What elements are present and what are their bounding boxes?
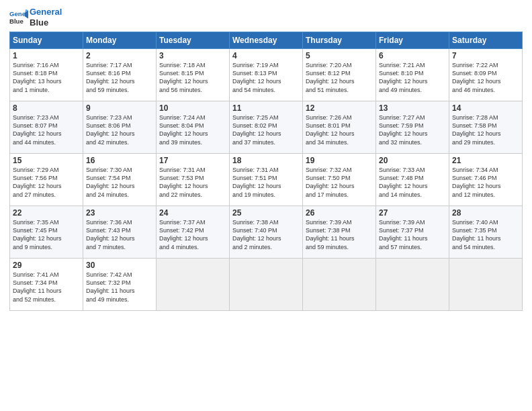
col-header-saturday: Saturday [449, 32, 523, 49]
cell-details: Sunrise: 7:18 AMSunset: 8:15 PMDaylight:… [159, 61, 226, 94]
cell-details: Sunrise: 7:26 AMSunset: 8:01 PMDaylight:… [306, 113, 373, 146]
cell-details: Sunrise: 7:29 AMSunset: 7:56 PMDaylight:… [13, 166, 80, 199]
calendar-cell: 30Sunrise: 7:42 AMSunset: 7:32 PMDayligh… [83, 259, 157, 311]
cell-details: Sunrise: 7:37 AMSunset: 7:42 PMDaylight:… [159, 218, 226, 251]
calendar-header-row: SundayMondayTuesdayWednesdayThursdayFrid… [10, 32, 523, 49]
day-number: 1 [13, 51, 80, 60]
day-number: 25 [232, 208, 300, 218]
cell-details: Sunrise: 7:40 AMSunset: 7:35 PMDaylight:… [452, 218, 519, 251]
calendar-body: 1Sunrise: 7:16 AMSunset: 8:18 PMDaylight… [10, 49, 523, 311]
day-number: 18 [232, 156, 300, 165]
calendar-cell: 4Sunrise: 7:19 AMSunset: 8:13 PMDaylight… [230, 49, 303, 101]
cell-details: Sunrise: 7:16 AMSunset: 8:18 PMDaylight:… [13, 61, 80, 94]
calendar-cell: 8Sunrise: 7:23 AMSunset: 8:07 PMDaylight… [10, 101, 83, 154]
cell-details: Sunrise: 7:20 AMSunset: 8:12 PMDaylight:… [306, 61, 373, 94]
cell-details: Sunrise: 7:23 AMSunset: 8:06 PMDaylight:… [86, 113, 153, 146]
day-number: 29 [13, 261, 80, 270]
calendar-week-2: 15Sunrise: 7:29 AMSunset: 7:56 PMDayligh… [10, 154, 523, 206]
cell-details: Sunrise: 7:28 AMSunset: 7:58 PMDaylight:… [452, 113, 519, 146]
logo-icon: General Blue [9, 8, 28, 27]
day-number: 6 [379, 51, 446, 60]
day-number: 22 [13, 208, 80, 218]
calendar-cell: 9Sunrise: 7:23 AMSunset: 8:06 PMDaylight… [83, 101, 157, 154]
calendar-cell: 17Sunrise: 7:31 AMSunset: 7:53 PMDayligh… [157, 154, 230, 206]
calendar-cell: 27Sunrise: 7:39 AMSunset: 7:37 PMDayligh… [376, 206, 449, 259]
day-number: 5 [306, 51, 373, 60]
day-number: 10 [159, 103, 226, 113]
calendar-cell: 22Sunrise: 7:35 AMSunset: 7:45 PMDayligh… [10, 206, 83, 259]
calendar-table: SundayMondayTuesdayWednesdayThursdayFrid… [9, 32, 523, 311]
main-container: General Blue GeneralBlue SundayMondayTue… [0, 0, 532, 316]
calendar-cell: 5Sunrise: 7:20 AMSunset: 8:12 PMDaylight… [303, 49, 376, 101]
calendar-cell [230, 259, 303, 311]
day-number: 7 [452, 51, 519, 60]
day-number: 13 [379, 103, 446, 113]
cell-details: Sunrise: 7:21 AMSunset: 8:10 PMDaylight:… [379, 61, 446, 94]
logo: General Blue GeneralBlue [9, 7, 62, 28]
col-header-wednesday: Wednesday [230, 32, 303, 49]
cell-details: Sunrise: 7:39 AMSunset: 7:37 PMDaylight:… [379, 218, 446, 251]
calendar-cell: 16Sunrise: 7:30 AMSunset: 7:54 PMDayligh… [83, 154, 157, 206]
calendar-cell: 11Sunrise: 7:25 AMSunset: 8:02 PMDayligh… [230, 101, 303, 154]
svg-text:Blue: Blue [9, 17, 24, 24]
cell-details: Sunrise: 7:19 AMSunset: 8:13 PMDaylight:… [232, 61, 300, 94]
calendar-cell: 12Sunrise: 7:26 AMSunset: 8:01 PMDayligh… [303, 101, 376, 154]
calendar-cell [449, 259, 523, 311]
cell-details: Sunrise: 7:30 AMSunset: 7:54 PMDaylight:… [86, 166, 153, 199]
day-number: 16 [86, 156, 153, 165]
calendar-week-0: 1Sunrise: 7:16 AMSunset: 8:18 PMDaylight… [10, 49, 523, 101]
calendar-cell: 23Sunrise: 7:36 AMSunset: 7:43 PMDayligh… [83, 206, 157, 259]
calendar-cell [376, 259, 449, 311]
day-number: 20 [379, 156, 446, 165]
calendar-cell: 1Sunrise: 7:16 AMSunset: 8:18 PMDaylight… [10, 49, 83, 101]
calendar-cell: 13Sunrise: 7:27 AMSunset: 7:59 PMDayligh… [376, 101, 449, 154]
cell-details: Sunrise: 7:41 AMSunset: 7:34 PMDaylight:… [13, 271, 80, 304]
day-number: 14 [452, 103, 519, 113]
calendar-cell: 28Sunrise: 7:40 AMSunset: 7:35 PMDayligh… [449, 206, 523, 259]
col-header-thursday: Thursday [303, 32, 376, 49]
day-number: 8 [13, 103, 80, 113]
cell-details: Sunrise: 7:24 AMSunset: 8:04 PMDaylight:… [159, 113, 226, 146]
calendar-cell [303, 259, 376, 311]
day-number: 4 [232, 51, 300, 60]
calendar-week-1: 8Sunrise: 7:23 AMSunset: 8:07 PMDaylight… [10, 101, 523, 154]
cell-details: Sunrise: 7:33 AMSunset: 7:48 PMDaylight:… [379, 166, 446, 199]
calendar-cell: 26Sunrise: 7:39 AMSunset: 7:38 PMDayligh… [303, 206, 376, 259]
cell-details: Sunrise: 7:31 AMSunset: 7:51 PMDaylight:… [232, 166, 300, 199]
cell-details: Sunrise: 7:36 AMSunset: 7:43 PMDaylight:… [86, 218, 153, 251]
header: General Blue GeneralBlue [9, 7, 523, 28]
col-header-friday: Friday [376, 32, 449, 49]
cell-details: Sunrise: 7:32 AMSunset: 7:50 PMDaylight:… [306, 166, 373, 199]
cell-details: Sunrise: 7:22 AMSunset: 8:09 PMDaylight:… [452, 61, 519, 94]
calendar-cell: 2Sunrise: 7:17 AMSunset: 8:16 PMDaylight… [83, 49, 157, 101]
col-header-monday: Monday [83, 32, 157, 49]
calendar-cell: 19Sunrise: 7:32 AMSunset: 7:50 PMDayligh… [303, 154, 376, 206]
calendar-week-3: 22Sunrise: 7:35 AMSunset: 7:45 PMDayligh… [10, 206, 523, 259]
day-number: 12 [306, 103, 373, 113]
calendar-cell: 29Sunrise: 7:41 AMSunset: 7:34 PMDayligh… [10, 259, 83, 311]
day-number: 21 [452, 156, 519, 165]
calendar-cell: 6Sunrise: 7:21 AMSunset: 8:10 PMDaylight… [376, 49, 449, 101]
calendar-cell: 21Sunrise: 7:34 AMSunset: 7:46 PMDayligh… [449, 154, 523, 206]
cell-details: Sunrise: 7:42 AMSunset: 7:32 PMDaylight:… [86, 271, 153, 304]
cell-details: Sunrise: 7:17 AMSunset: 8:16 PMDaylight:… [86, 61, 153, 94]
calendar-cell: 10Sunrise: 7:24 AMSunset: 8:04 PMDayligh… [157, 101, 230, 154]
cell-details: Sunrise: 7:23 AMSunset: 8:07 PMDaylight:… [13, 113, 80, 146]
cell-details: Sunrise: 7:34 AMSunset: 7:46 PMDaylight:… [452, 166, 519, 199]
day-number: 2 [86, 51, 153, 60]
cell-details: Sunrise: 7:27 AMSunset: 7:59 PMDaylight:… [379, 113, 446, 146]
day-number: 24 [159, 208, 226, 218]
cell-details: Sunrise: 7:39 AMSunset: 7:38 PMDaylight:… [306, 218, 373, 251]
day-number: 30 [86, 261, 153, 270]
day-number: 17 [159, 156, 226, 165]
calendar-cell: 25Sunrise: 7:38 AMSunset: 7:40 PMDayligh… [230, 206, 303, 259]
col-header-tuesday: Tuesday [157, 32, 230, 49]
calendar-week-4: 29Sunrise: 7:41 AMSunset: 7:34 PMDayligh… [10, 259, 523, 311]
calendar-cell: 7Sunrise: 7:22 AMSunset: 8:09 PMDaylight… [449, 49, 523, 101]
cell-details: Sunrise: 7:25 AMSunset: 8:02 PMDaylight:… [232, 113, 300, 146]
day-number: 9 [86, 103, 153, 113]
day-number: 15 [13, 156, 80, 165]
day-number: 19 [306, 156, 373, 165]
day-number: 3 [159, 51, 226, 60]
cell-details: Sunrise: 7:38 AMSunset: 7:40 PMDaylight:… [232, 218, 300, 251]
